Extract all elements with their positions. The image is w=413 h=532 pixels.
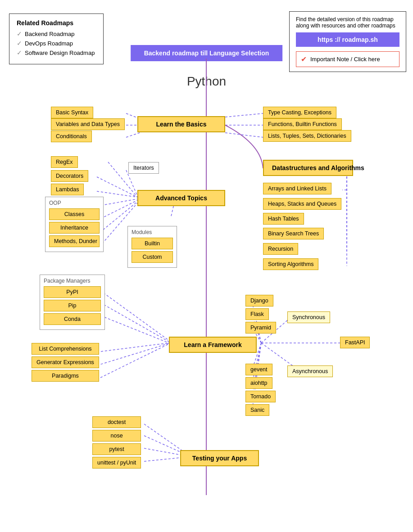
decorators-node[interactable]: Decorators (51, 170, 88, 182)
related-roadmap-item-1[interactable]: ✓ Backend Roadmap (17, 30, 96, 37)
check-icon-3: ✓ (17, 49, 22, 56)
tornado-node[interactable]: Tornado (245, 391, 276, 402)
important-note-text: Important Note / Click here (310, 56, 380, 63)
flask-node[interactable]: Flask (245, 308, 269, 320)
check-icon-1: ✓ (17, 30, 22, 37)
sorting-algorithms-node[interactable]: Sorting Algorithms (263, 258, 318, 270)
recursion-node[interactable]: Recursion (263, 243, 298, 255)
paradigms-node[interactable]: Paradigms (32, 370, 99, 382)
svg-line-27 (97, 343, 169, 352)
lists-tuples-node[interactable]: Lists, Tuples, Sets, Dictionaries (263, 130, 351, 142)
svg-line-24 (97, 288, 171, 342)
synchronous-node[interactable]: Synchronous (287, 311, 330, 323)
binary-search-trees-node[interactable]: Binary Search Trees (263, 228, 324, 239)
svg-line-29 (97, 344, 169, 379)
package-managers-title: Package Managers (44, 278, 101, 284)
modules-group: Modules Builtin Custom (127, 226, 177, 268)
pypi-node[interactable]: PyPI (44, 286, 101, 298)
sanic-node[interactable]: Sanic (245, 404, 269, 416)
package-managers-group: Package Managers PyPI Pip Conda (40, 275, 105, 330)
advanced-topics-node[interactable]: Advanced Topics (137, 190, 225, 206)
inheritance-node[interactable]: Inheritance (49, 222, 100, 234)
fastapi-node[interactable]: FastAPI (340, 337, 370, 348)
oop-group: OOP Classes Inheritance Methods, Dunder (45, 197, 104, 252)
top-right-description: Find the detailed version of this roadma… (296, 16, 399, 29)
hash-tables-node[interactable]: Hash Tables (263, 213, 304, 225)
functions-node[interactable]: Functions, Builtin Functions (263, 118, 342, 130)
methods-dunder-node[interactable]: Methods, Dunder (49, 235, 100, 247)
svg-line-6 (225, 133, 263, 137)
testing-items-group: doctest nose pytest unittest / pyUnit (92, 416, 141, 469)
conda-node[interactable]: Conda (44, 313, 101, 325)
roadmap-link-button[interactable]: https :// roadmap.sh (296, 32, 399, 47)
variables-data-types-node[interactable]: Variables and Data Types (51, 118, 125, 130)
pytest-node[interactable]: pytest (92, 443, 141, 455)
heaps-stacks-queues-node[interactable]: Heaps, Stacks and Queues (263, 198, 341, 210)
type-casting-node[interactable]: Type Casting, Exceptions (263, 107, 336, 118)
svg-line-26 (97, 314, 171, 344)
check-icon-2: ✓ (17, 40, 22, 47)
oop-group-title: OOP (49, 200, 100, 206)
svg-line-16 (97, 177, 137, 197)
unittest-node[interactable]: unittest / pyUnit (92, 457, 141, 469)
arrays-linked-lists-node[interactable]: Arrays and Linked Lists (263, 183, 331, 194)
generator-expressions-node[interactable]: Generator Expressions (32, 356, 99, 368)
testing-apps-node[interactable]: Testing your Apps (180, 450, 259, 466)
nose-node[interactable]: nose (92, 430, 141, 442)
pip-node[interactable]: Pip (44, 300, 101, 311)
gevent-node[interactable]: gevent (245, 364, 272, 375)
important-note-box[interactable]: ✔ Important Note / Click here (296, 51, 399, 67)
regex-node[interactable]: RegEx (51, 156, 78, 168)
learn-basics-node[interactable]: Learn the Basics (137, 116, 225, 132)
svg-line-28 (97, 343, 169, 365)
related-roadmap-item-2[interactable]: ✓ DevOps Roadmap (17, 40, 96, 47)
basic-syntax-node[interactable]: Basic Syntax (51, 107, 93, 118)
svg-line-22 (126, 170, 137, 196)
asynchronous-node[interactable]: Asynchronous (287, 365, 333, 377)
related-roadmaps-box: Related Roadmaps ✓ Backend Roadmap ✓ Dev… (9, 14, 104, 64)
django-node[interactable]: Django (245, 295, 273, 307)
list-comprehensions-group: List Comprehensions Generator Expression… (32, 343, 99, 382)
custom-node[interactable]: Custom (132, 251, 173, 263)
backend-roadmap-button[interactable]: Backend roadmap till Language Selection (131, 45, 283, 61)
conditionals-node[interactable]: Conditionals (51, 131, 92, 142)
doctest-node[interactable]: doctest (92, 416, 141, 428)
related-roadmap-item-3[interactable]: ✓ Software Design Roadmap (17, 49, 96, 56)
python-title: Python (187, 74, 226, 89)
top-right-info-box: Find the detailed version of this roadma… (289, 11, 406, 72)
svg-line-25 (97, 301, 171, 343)
iterators-node[interactable]: Iterators (128, 162, 159, 174)
pyramid-node[interactable]: Pyramid (245, 322, 276, 334)
svg-line-4 (225, 113, 263, 117)
aiohttp-node[interactable]: aiohttp (245, 377, 272, 389)
related-roadmaps-title: Related Roadmaps (17, 19, 96, 27)
red-check-icon: ✔ (301, 55, 307, 63)
learn-framework-node[interactable]: Learn a Framework (169, 337, 257, 353)
modules-group-title: Modules (132, 229, 173, 235)
builtin-node[interactable]: Builtin (132, 238, 173, 249)
lambdas-node[interactable]: Lambdas (51, 184, 84, 195)
list-comprehensions-node[interactable]: List Comprehensions (32, 343, 99, 355)
datastructures-node[interactable]: Datastructures and Algorithms (263, 160, 353, 176)
classes-node[interactable]: Classes (49, 208, 100, 220)
